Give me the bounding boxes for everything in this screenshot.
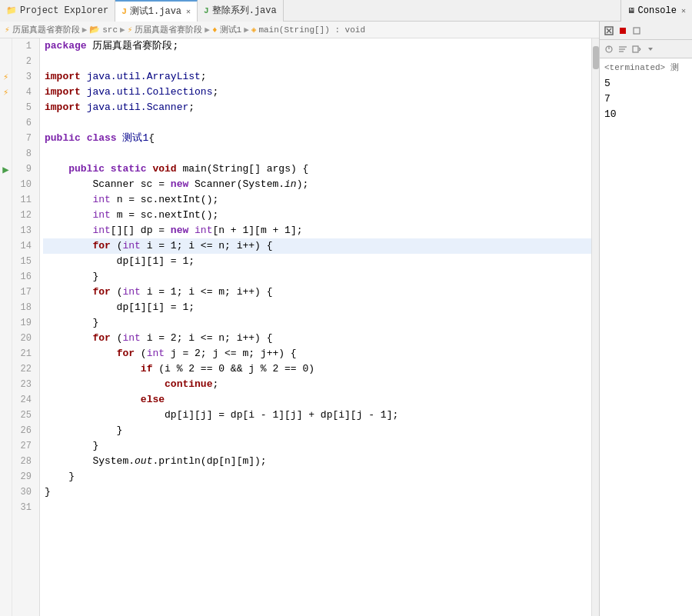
- code-line-12: int m = sc.nextInt();: [43, 208, 591, 223]
- ln-23: 23: [15, 377, 36, 392]
- ln-15: 15: [15, 254, 36, 269]
- console-tab[interactable]: 🖥 Console ✕: [620, 0, 692, 22]
- console-tab-close[interactable]: ✕: [681, 6, 686, 15]
- console-dropdown-button[interactable]: [644, 43, 657, 55]
- code-line-28: System.out.println(dp[n][m]);: [43, 454, 591, 469]
- code-line-16: }: [43, 269, 591, 285]
- code-line-3: import java.util.ArrayList;: [43, 69, 591, 85]
- gutter-11: [0, 192, 12, 208]
- ln-14: 14: [15, 238, 36, 254]
- console-output-2: 7: [604, 92, 687, 107]
- code-line-10: Scanner sc = new Scanner(System.in);: [43, 177, 591, 192]
- gutter-27: [0, 438, 12, 454]
- code-line-1: package 历届真题省赛阶段;: [43, 38, 591, 54]
- console-stop-button[interactable]: [617, 25, 629, 37]
- code-line-14: for (int i = 1; i <= n; i++) {: [43, 238, 591, 254]
- code-line-20: for (int i = 2; i <= n; i++) {: [43, 331, 591, 346]
- ln-1: 1: [15, 38, 36, 54]
- console-open-file-button[interactable]: [630, 43, 643, 55]
- code-line-26: }: [43, 423, 591, 438]
- code-line-25: dp[i][j] = dp[i - 1][j] + dp[i][j - 1];: [43, 408, 591, 423]
- ln-6: 6: [15, 115, 36, 131]
- code-line-6: [43, 115, 591, 131]
- console-content: <terminated> 测 5 7 10: [600, 58, 692, 616]
- tab-project-label: Project Explorer: [20, 5, 108, 16]
- gutter-31: [0, 500, 12, 515]
- console-word-wrap-button[interactable]: [617, 43, 629, 55]
- tab-file1[interactable]: J 测试1.java ✕: [115, 0, 198, 22]
- console-output-3: 10: [604, 107, 687, 122]
- svg-rect-4: [634, 28, 640, 34]
- breadcrumb-arrow4: ▶: [244, 25, 249, 35]
- breadcrumb-part4: 测试1: [220, 24, 242, 35]
- ln-26: 26: [15, 423, 36, 438]
- svg-marker-13: [648, 48, 653, 51]
- code-line-4: import java.util.Collections;: [43, 85, 591, 100]
- gutter-9: ▶: [0, 161, 12, 177]
- breadcrumb-icon1: ⚡: [5, 25, 10, 35]
- console-terminated-label: <terminated> 测: [604, 62, 687, 73]
- editor-scrollbar[interactable]: [591, 38, 599, 616]
- code-line-7: public class 测试1{: [43, 131, 591, 146]
- code-content[interactable]: package 历届真题省赛阶段; import java.util.Array…: [40, 38, 591, 616]
- gutter-24: [0, 392, 12, 408]
- tab-bar: 📁 Project Explorer J 测试1.java ✕ J 整除系列.j…: [0, 0, 692, 22]
- gutter-23: [0, 377, 12, 392]
- gutter-19: [0, 315, 12, 331]
- console-scroll-lock-button[interactable]: [603, 43, 615, 55]
- gutter-12: [0, 208, 12, 223]
- ln-18: 18: [15, 300, 36, 315]
- svg-rect-10: [633, 46, 638, 52]
- tab1-close-icon[interactable]: ✕: [186, 7, 191, 16]
- console-pin-button[interactable]: [630, 25, 643, 37]
- gutter-20: [0, 331, 12, 346]
- gutter-6: [0, 115, 12, 131]
- gutter-14: [0, 238, 12, 254]
- ln-12: 12: [15, 208, 36, 223]
- scrollbar-thumb[interactable]: [593, 46, 599, 69]
- tab-file2[interactable]: J 整除系列.java: [198, 0, 284, 22]
- breadcrumb-icon2: 📂: [89, 25, 100, 35]
- ln-21: 21: [15, 346, 36, 361]
- breadcrumb-icon3: ⚡: [128, 25, 133, 35]
- ln-3: 3: [15, 69, 36, 85]
- code-line-31: [43, 500, 591, 515]
- java-icon-1: J: [121, 7, 127, 16]
- breadcrumb: ⚡ 历届真题省赛阶段 ▶ 📂 src ▶ ⚡ 历届真题省赛阶段 ▶ ♦ 测试1 …: [0, 22, 599, 38]
- breadcrumb-icon4: ♦: [212, 25, 218, 35]
- breadcrumb-part5: main(String[]) : void: [258, 25, 365, 35]
- ln-13: 13: [15, 223, 36, 238]
- gutter-25: [0, 408, 12, 423]
- code-line-5: import java.util.Scanner;: [43, 100, 591, 115]
- ln-8: 8: [15, 146, 36, 161]
- ln-17: 17: [15, 285, 36, 300]
- console-clear-button[interactable]: [603, 25, 615, 37]
- gutter-2: [0, 54, 12, 69]
- ln-29: 29: [15, 469, 36, 484]
- code-line-9: public static void main(String[] args) {: [43, 161, 591, 177]
- breadcrumb-arrow1: ▶: [82, 25, 88, 35]
- code-editor[interactable]: ⚡ ⚡ ▶: [0, 38, 599, 616]
- code-line-30: }: [43, 484, 591, 500]
- breadcrumb-part1: 历届真题省赛阶段: [12, 24, 80, 35]
- ln-5: 5: [15, 100, 36, 115]
- tab-project-explorer[interactable]: 📁 Project Explorer: [0, 0, 115, 22]
- breadcrumb-part3: 历届真题省赛阶段: [135, 24, 202, 35]
- right-panel: <terminated> 测 5 7 10: [600, 22, 692, 616]
- breadcrumb-icon5: ◈: [251, 25, 257, 35]
- code-line-18: dp[1][i] = 1;: [43, 300, 591, 315]
- ln-25: 25: [15, 408, 36, 423]
- ln-27: 27: [15, 438, 36, 454]
- ln-2: 2: [15, 54, 36, 69]
- gutter-icons: ⚡ ⚡ ▶: [0, 38, 12, 616]
- gutter-28: [0, 454, 12, 469]
- editor-area: ⚡ 历届真题省赛阶段 ▶ 📂 src ▶ ⚡ 历届真题省赛阶段 ▶ ♦ 测试1 …: [0, 22, 600, 616]
- gutter-8: [0, 146, 12, 161]
- gutter-18: [0, 300, 12, 315]
- gutter-26: [0, 423, 12, 438]
- java-icon-2: J: [204, 6, 209, 15]
- ln-9: 9: [15, 161, 36, 177]
- ln-31: 31: [15, 500, 36, 515]
- ln-7: 7: [15, 131, 36, 146]
- code-line-21: for (int j = 2; j <= m; j++) {: [43, 346, 591, 361]
